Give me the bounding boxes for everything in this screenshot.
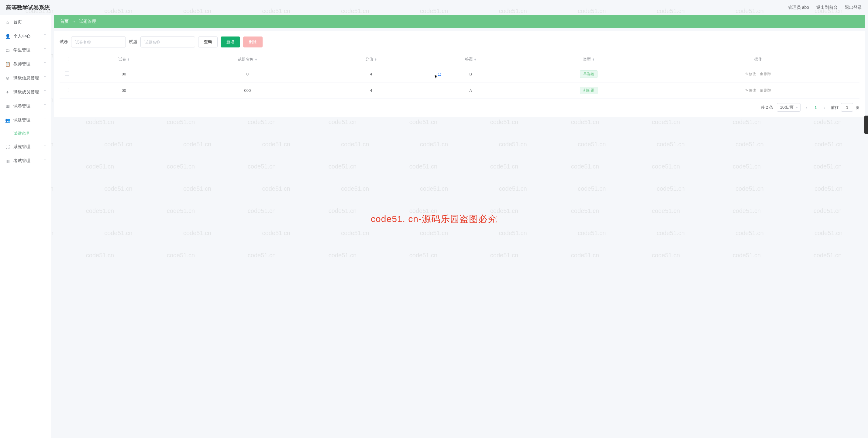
cell-score: 4 (321, 66, 421, 82)
sidebar-item-label: 个人中心 (13, 33, 30, 39)
sidebar-item-label: 班级信息管理 (13, 76, 39, 81)
chevron-up-icon: ˄ (44, 118, 46, 122)
delete-button[interactable]: 🗑删除 (760, 72, 771, 76)
back-frontend-link[interactable]: 退出到前台 (816, 5, 838, 10)
chevron-down-icon: ˅ (44, 159, 46, 163)
delete-button[interactable]: 🗑删除 (760, 88, 771, 92)
sort-icon: ▲▼ (474, 58, 476, 61)
type-tag: 单选题 (580, 70, 597, 78)
col-type[interactable]: 类型▲▼ (520, 53, 657, 66)
select-all-checkbox[interactable] (65, 57, 69, 61)
admin-label[interactable]: 管理员 abo (788, 5, 809, 10)
sidebar-item-7[interactable]: 👥试题管理˄ (0, 113, 51, 127)
type-tag: 判断题 (580, 87, 597, 94)
sidebar-item-8[interactable]: ⛶系统管理˅ (0, 140, 51, 154)
breadcrumb: 首页 → 试题管理 (54, 15, 865, 28)
logout-link[interactable]: 退出登录 (845, 5, 862, 10)
main-content: 首页 → 试题管理 试卷 试题 查询 新增 删除 试卷▲▼ 试题名称▲▼ (51, 15, 868, 438)
side-handle[interactable] (864, 116, 868, 134)
cell-question-name: 000 (174, 82, 321, 99)
page-number[interactable]: 1 (813, 105, 818, 110)
cell-paper: 00 (74, 82, 174, 99)
sidebar-item-0[interactable]: ⌂首页 (0, 15, 51, 29)
delete-button[interactable]: 删除 (243, 36, 262, 48)
sidebar: ⌂首页👤个人中心˅🗂学生管理˅📋教师管理˅⊙班级信息管理˅✈班级成员管理˅▦试卷… (0, 15, 51, 438)
breadcrumb-separator: → (72, 19, 76, 24)
col-score[interactable]: 分值▲▼ (321, 53, 421, 66)
trash-icon: 🗑 (760, 72, 764, 76)
chevron-down-icon: ˅ (44, 76, 46, 80)
prev-page[interactable]: ‹ (804, 105, 809, 110)
trash-icon: 🗑 (760, 88, 764, 92)
col-paper[interactable]: 试卷▲▼ (74, 53, 174, 66)
chevron-down-icon: ˅ (44, 145, 46, 149)
sidebar-item-label: 教师管理 (13, 61, 30, 67)
next-page[interactable]: › (822, 105, 827, 110)
cell-answer: A (421, 82, 521, 99)
table-row: 00 0 4 B 单选题 ✎修改 🗑删除 (60, 66, 860, 82)
sidebar-item-1[interactable]: 👤个人中心˅ (0, 29, 51, 43)
teacher-icon: 📋 (5, 62, 10, 67)
sidebar-item-3[interactable]: 📋教师管理˅ (0, 57, 51, 71)
data-table: 试卷▲▼ 试题名称▲▼ 分值▲▼ 答案▲▼ 类型▲▼ 操作 00 0 4 B 单… (60, 53, 860, 99)
breadcrumb-home[interactable]: 首页 (60, 19, 69, 24)
sidebar-item-9[interactable]: ▥考试管理˅ (0, 154, 51, 168)
home-icon: ⌂ (5, 20, 10, 25)
sidebar-item-label: 学生管理 (13, 48, 30, 53)
cell-type: 判断题 (520, 82, 657, 99)
col-answer[interactable]: 答案▲▼ (421, 53, 521, 66)
sidebar-item-label: 考试管理 (13, 158, 30, 164)
sidebar-item-label: 试卷管理 (13, 104, 30, 109)
cell-answer: B (421, 66, 521, 82)
system-icon: ⛶ (5, 144, 10, 149)
search-bar: 试卷 试题 查询 新增 删除 (60, 36, 860, 48)
row-checkbox[interactable] (65, 71, 69, 76)
cell-paper: 00 (74, 66, 174, 82)
exam-icon: ▥ (5, 158, 10, 163)
edit-button[interactable]: ✎修改 (745, 88, 756, 92)
submenu-item[interactable]: 试题管理 (0, 127, 51, 140)
page-jump: 前往 页 (831, 103, 860, 112)
total-count: 共 2 条 (761, 105, 773, 110)
cell-score: 4 (321, 82, 421, 99)
query-button[interactable]: 查询 (198, 36, 218, 48)
sidebar-item-label: 系统管理 (13, 144, 30, 150)
input-question-name[interactable] (141, 36, 195, 48)
table-body: 00 0 4 B 单选题 ✎修改 🗑删除 00 000 4 A 判断题 ✎修改 … (60, 66, 860, 99)
sort-icon: ▲▼ (592, 58, 594, 61)
cell-type: 单选题 (520, 66, 657, 82)
student-icon: 🗂 (5, 48, 10, 53)
chevron-down-icon: ˅ (44, 48, 46, 52)
sidebar-item-label: 班级成员管理 (13, 89, 39, 95)
page-jump-input[interactable] (841, 103, 853, 112)
sidebar-item-5[interactable]: ✈班级成员管理˅ (0, 85, 51, 99)
input-paper-name[interactable] (71, 36, 126, 48)
edit-icon: ✎ (745, 88, 748, 92)
add-button[interactable]: 新增 (221, 36, 240, 48)
topbar: 高等数学试卷系统 管理员 abo 退出到前台 退出登录 (0, 0, 868, 15)
sidebar-item-6[interactable]: ▦试卷管理˅ (0, 99, 51, 113)
sort-icon: ▲▼ (374, 58, 377, 61)
col-action: 操作 (657, 53, 860, 66)
question-icon: 👥 (5, 118, 10, 123)
chevron-down-icon: ˅ (44, 62, 46, 66)
sidebar-item-2[interactable]: 🗂学生管理˅ (0, 43, 51, 57)
user-icon: 👤 (5, 34, 10, 39)
edit-icon: ✎ (745, 72, 748, 76)
table-row: 00 000 4 A 判断题 ✎修改 🗑删除 (60, 82, 860, 99)
col-question-name[interactable]: 试题名称▲▼ (174, 53, 321, 66)
label-question: 试题 (129, 39, 137, 45)
sort-icon: ▲▼ (255, 58, 257, 61)
sidebar-item-4[interactable]: ⊙班级信息管理˅ (0, 71, 51, 85)
edit-button[interactable]: ✎修改 (745, 72, 756, 76)
sidebar-item-label: 首页 (13, 20, 22, 25)
sort-icon: ▲▼ (127, 58, 130, 61)
chevron-down-icon: ˅ (44, 90, 46, 94)
content-panel: 试卷 试题 查询 新增 删除 试卷▲▼ 试题名称▲▼ 分值▲▼ 答案▲▼ 类型▲… (54, 31, 865, 117)
row-checkbox[interactable] (65, 88, 69, 92)
page-size-select[interactable]: 10条/页 (777, 103, 801, 112)
cell-action: ✎修改 🗑删除 (657, 82, 860, 99)
app-logo: 高等数学试卷系统 (6, 4, 50, 11)
chevron-down-icon: ˅ (44, 104, 46, 108)
pagination: 共 2 条 10条/页 ‹ 1 › 前往 页 (60, 99, 860, 112)
